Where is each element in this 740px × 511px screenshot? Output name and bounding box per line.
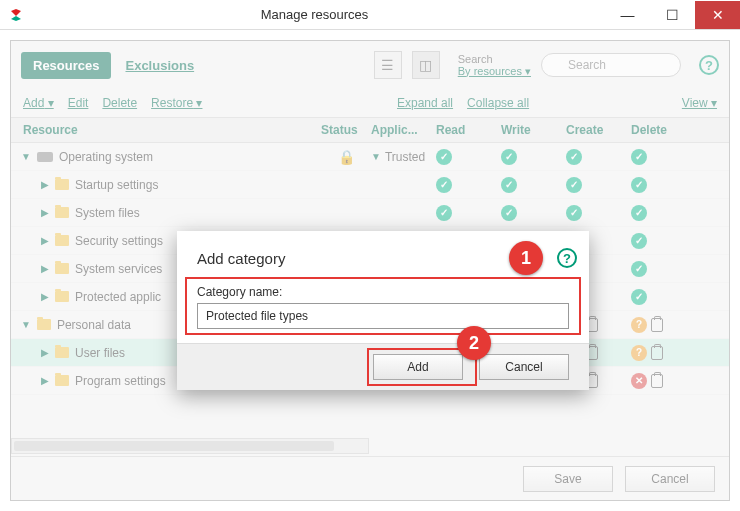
dialog-help-icon[interactable]: ? xyxy=(557,248,577,268)
titlebar: Manage resources — ☐ ✕ xyxy=(0,0,740,30)
window-title: Manage resources xyxy=(24,7,605,22)
close-button[interactable]: ✕ xyxy=(695,1,740,29)
category-name-input[interactable] xyxy=(197,303,569,329)
app-logo-icon xyxy=(8,7,24,23)
minimize-button[interactable]: — xyxy=(605,1,650,29)
annotation-marker-1: 1 xyxy=(509,241,543,275)
dialog-add-button[interactable]: Add xyxy=(373,354,463,380)
category-name-label: Category name: xyxy=(197,285,569,299)
maximize-button[interactable]: ☐ xyxy=(650,1,695,29)
add-category-dialog: Add category 1 ? Category name: 2 Add Ca… xyxy=(177,231,589,390)
dialog-cancel-button[interactable]: Cancel xyxy=(479,354,569,380)
dialog-title: Add category xyxy=(197,250,509,267)
main-panel: Resources Exclusions ☰ ◫ Search By resou… xyxy=(10,40,730,501)
annotation-marker-2: 2 xyxy=(457,326,491,360)
